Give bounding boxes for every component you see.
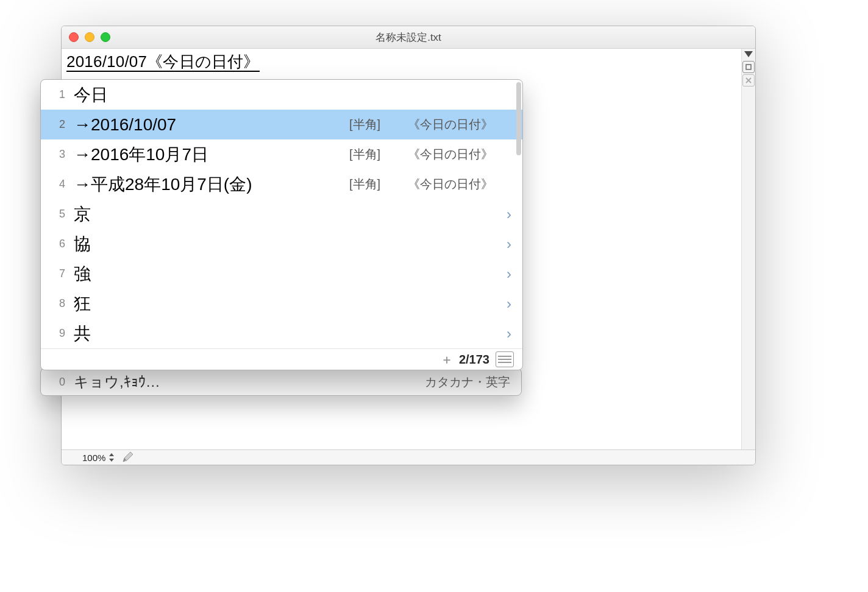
ime-candidate-number: 3 xyxy=(48,148,65,161)
titlebar: 名称未設定.txt xyxy=(62,26,755,49)
close-button[interactable] xyxy=(69,32,79,42)
ime-candidate-text: 京 xyxy=(74,203,91,226)
chevron-right-icon: › xyxy=(507,236,511,253)
ime-mode-right: カタカナ・英字 xyxy=(425,374,510,390)
editor-text: 2016/10/07《今日の日付》 xyxy=(66,51,260,72)
svg-marker-4 xyxy=(109,453,114,456)
ime-candidate-text: →2016年10月7日 xyxy=(74,143,208,166)
ime-candidate-number: 2 xyxy=(48,118,65,131)
ime-candidate-tag: [半角] xyxy=(349,176,408,192)
chevron-right-icon: › xyxy=(507,295,511,312)
zoom-button[interactable] xyxy=(101,32,110,42)
ime-candidate-row[interactable]: 1今日 xyxy=(41,80,522,110)
ime-scrollbar[interactable] xyxy=(516,82,521,155)
gutter-close-icon[interactable] xyxy=(742,74,755,86)
composing-text: 2016/10/07《今日の日付》 xyxy=(66,52,260,72)
ime-candidate-text: 今日 xyxy=(74,83,108,107)
ime-candidate-row[interactable]: 7強› xyxy=(41,259,522,289)
svg-rect-1 xyxy=(746,65,751,69)
list-icon[interactable] xyxy=(496,351,514,367)
ime-candidate-row[interactable]: 4→平成28年10月7日(金)[半角]《今日の日付》 xyxy=(41,169,522,199)
gutter-box-icon[interactable] xyxy=(742,61,755,73)
ime-candidate-text: 協 xyxy=(74,233,91,256)
ime-candidate-row[interactable]: 8狂› xyxy=(41,289,522,319)
svg-marker-0 xyxy=(744,51,753,57)
zoom-stepper[interactable] xyxy=(108,452,115,463)
ime-candidate-annotation: 《今日の日付》 xyxy=(408,146,511,163)
ime-candidate-tag: [半角] xyxy=(349,146,408,163)
ime-candidate-number: 8 xyxy=(48,297,65,310)
scroll-down-icon[interactable] xyxy=(742,49,755,60)
ime-candidate-number: 9 xyxy=(48,327,65,340)
ime-candidate-row[interactable]: 6協› xyxy=(41,229,522,259)
ime-candidate-number: 4 xyxy=(48,178,65,191)
ime-candidate-text: 狂 xyxy=(74,292,91,315)
minimize-button[interactable] xyxy=(85,32,94,42)
ime-candidate-row[interactable]: 2→2016/10/07[半角]《今日の日付》 xyxy=(41,110,522,139)
zoom-level: 100% xyxy=(82,453,105,463)
ime-candidate-number: 6 xyxy=(48,238,65,250)
chevron-right-icon: › xyxy=(507,266,511,283)
ime-candidate-number: 1 xyxy=(48,88,65,101)
window-title: 名称未設定.txt xyxy=(62,30,755,44)
chevron-right-icon: › xyxy=(507,325,511,342)
traffic-lights xyxy=(69,32,110,42)
ime-mode-text: キョウ,ｷｮｳ… xyxy=(74,372,160,392)
ime-candidate-annotation: 《今日の日付》 xyxy=(408,116,511,133)
ime-mode-row[interactable]: 0 キョウ,ｷｮｳ… カタカナ・英字 xyxy=(40,368,522,396)
ime-count: 2/173 xyxy=(459,353,489,367)
scroll-gutter xyxy=(741,49,755,449)
statusbar: 100% xyxy=(62,449,755,465)
ime-candidate-text: →平成28年10月7日(金) xyxy=(74,173,252,196)
ime-candidate-row[interactable]: 3→2016年10月7日[半角]《今日の日付》 xyxy=(41,139,522,169)
ime-candidate-tag: [半角] xyxy=(349,116,408,133)
ime-candidate-number: 5 xyxy=(48,208,65,220)
ime-candidate-text: →2016/10/07 xyxy=(74,115,176,135)
ime-candidate-text: 共 xyxy=(74,322,91,345)
svg-marker-5 xyxy=(109,459,114,462)
pencil-icon[interactable] xyxy=(121,451,133,463)
ime-mode-number: 0 xyxy=(48,376,65,389)
ime-candidate-annotation: 《今日の日付》 xyxy=(408,176,511,192)
plus-icon[interactable]: ＋ xyxy=(441,351,453,368)
ime-candidate-popup: 1今日2→2016/10/07[半角]《今日の日付》3→2016年10月7日[半… xyxy=(40,79,523,370)
ime-candidate-text: 強 xyxy=(74,263,91,286)
ime-candidate-row[interactable]: 9共› xyxy=(41,319,522,348)
chevron-right-icon: › xyxy=(507,206,511,223)
ime-candidate-row[interactable]: 5京› xyxy=(41,199,522,229)
ime-candidate-list: 1今日2→2016/10/07[半角]《今日の日付》3→2016年10月7日[半… xyxy=(41,80,522,348)
ime-footer: ＋ 2/173 xyxy=(41,348,522,370)
ime-candidate-number: 7 xyxy=(48,267,65,280)
